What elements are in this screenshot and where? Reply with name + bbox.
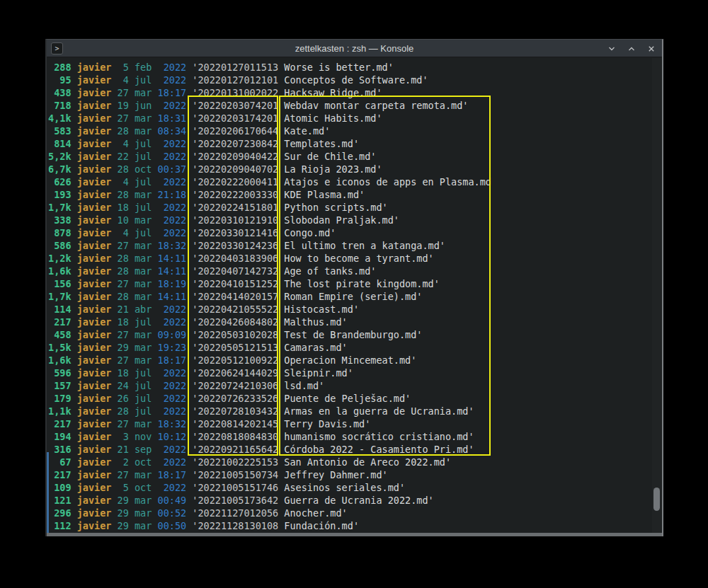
minimize-button[interactable] (606, 43, 617, 54)
file-row: 194 javier 3 nov 10:12 '20220818084830 h… (48, 430, 662, 443)
file-row: 626 javier 4 jul 2022 '20220222000411 At… (48, 175, 662, 188)
file-row: 109 javier 5 oct 2022 '20221005151746 As… (48, 481, 662, 494)
file-row: 1,1k javier 28 jul 2022 '20220728103432 … (48, 405, 662, 417)
file-row: 296 javier 29 mar 00:52 '20221127012056 … (48, 507, 662, 519)
file-row: 5,2k javier 22 jul 2022 '20220209040422 … (48, 150, 662, 163)
window-title: zettelkasten : zsh — Konsole (47, 43, 662, 54)
file-row: 583 javier 28 mar 08:34 '20220206170644 … (48, 125, 662, 137)
file-row: 338 javier 10 mar 2022 '20220310121910 S… (48, 214, 662, 226)
terminal-scrollbar-track[interactable] (652, 58, 661, 533)
file-row: 1,7k javier 28 mar 14:11 '20220414020157… (48, 290, 662, 303)
file-row: 718 javier 19 jun 2022 '20220203074201 W… (48, 99, 662, 112)
file-row: 121 javier 29 mar 00:49 '20221005173642 … (48, 494, 662, 507)
file-row: 156 javier 27 mar 18:19 '20220410151252 … (48, 277, 662, 290)
file-row: 1,2k javier 28 mar 14:11 '20220403183906… (48, 252, 662, 265)
file-row: 596 javier 18 jul 2022 '20220624144029 S… (48, 367, 662, 379)
file-row: 288 javier 5 feb 2022 '20220127011513 Wo… (48, 61, 662, 74)
file-row: 67 javier 2 oct 2022 '20221002225153 San… (48, 456, 662, 468)
file-row: 1,6k javier 27 mar 18:17 '20220512100922… (48, 354, 662, 367)
file-row: 586 javier 27 mar 18:32 '20220330124236 … (48, 239, 662, 252)
file-row: 438 javier 27 mar 18:17 '20220131002022 … (48, 86, 662, 99)
maximize-button[interactable] (626, 43, 636, 54)
file-row: 878 javier 4 jul 2022 '20220330121416 Co… (48, 226, 662, 239)
file-row: 1,5k javier 29 mar 19:23 '20220505121513… (48, 341, 662, 354)
chevron-down-icon (607, 44, 617, 54)
file-row: 1,6k javier 28 mar 14:11 '20220407142732… (48, 265, 662, 277)
file-row: 6,7k javier 28 oct 00:37 '20220209040702… (48, 163, 662, 175)
window-titlebar[interactable]: > zettelkasten : zsh — Konsole (47, 40, 662, 57)
file-row: 157 javier 24 jul 2022 '20220724210306 l… (48, 379, 662, 392)
file-row: 179 javier 26 jul 2022 '20220726233526 P… (48, 392, 662, 405)
file-row: 217 javier 27 mar 18:17 '20221005150734 … (48, 468, 662, 481)
close-button[interactable] (646, 43, 656, 54)
konsole-app-icon: > (51, 42, 63, 54)
file-row: 193 javier 28 mar 21:18 '20220222003330 … (48, 188, 662, 201)
file-row: 95 javier 4 jul 2022 '20220127012101 Con… (48, 74, 662, 86)
file-row: 114 javier 21 abr 2022 '20220421055522 H… (48, 303, 662, 316)
terminal-output[interactable]: 288 javier 5 feb 2022 '20220127011513 Wo… (47, 58, 662, 533)
konsole-window: > zettelkasten : zsh — Konsole (45, 39, 663, 536)
file-row: 217 javier 18 jul 2022 '20220426084802 M… (48, 316, 662, 328)
close-icon (646, 44, 656, 54)
file-row: 1,7k javier 18 jul 2022 '20220224151801 … (48, 201, 662, 214)
file-row: 112 javier 29 mar 00:50 '20221128130108 … (48, 519, 662, 532)
file-row: 814 javier 4 jul 2022 '20220207230842 Te… (48, 137, 662, 150)
chevron-up-icon (627, 44, 636, 54)
file-row: 316 javier 21 sep 2022 '20220921165642 C… (48, 443, 662, 456)
terminal-scrollbar-handle[interactable] (653, 488, 660, 511)
window-bottom-border (47, 533, 662, 536)
file-row: 4,1k javier 27 mar 18:31 '20220203174201… (48, 112, 662, 125)
file-row: 217 javier 27 mar 18:32 '20220814202145 … (48, 417, 662, 430)
file-row: 458 javier 27 mar 09:09 '20220503102028 … (48, 328, 662, 341)
window-controls (606, 40, 656, 57)
new-output-marker-bar (47, 452, 49, 533)
